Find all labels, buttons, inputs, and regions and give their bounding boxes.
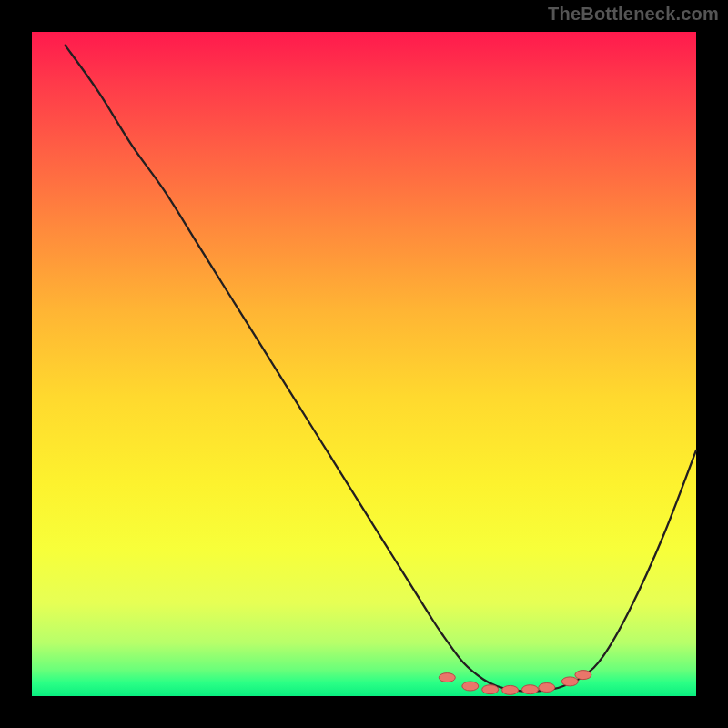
optimal-markers-group — [439, 671, 592, 695]
plot-area — [32, 32, 696, 696]
optimal-marker — [561, 677, 578, 686]
optimal-marker — [502, 685, 519, 694]
optimal-marker — [482, 685, 499, 694]
optimal-marker — [522, 685, 539, 694]
optimal-marker — [539, 683, 555, 693]
chart-container: TheBottleneck.com — [0, 0, 728, 728]
optimal-marker — [575, 671, 592, 680]
optimal-marker — [439, 673, 455, 682]
curve-svg — [32, 32, 696, 696]
optimal-marker — [462, 682, 479, 691]
bottleneck-curve-line — [66, 46, 697, 692]
attribution-label: TheBottleneck.com — [548, 4, 719, 25]
